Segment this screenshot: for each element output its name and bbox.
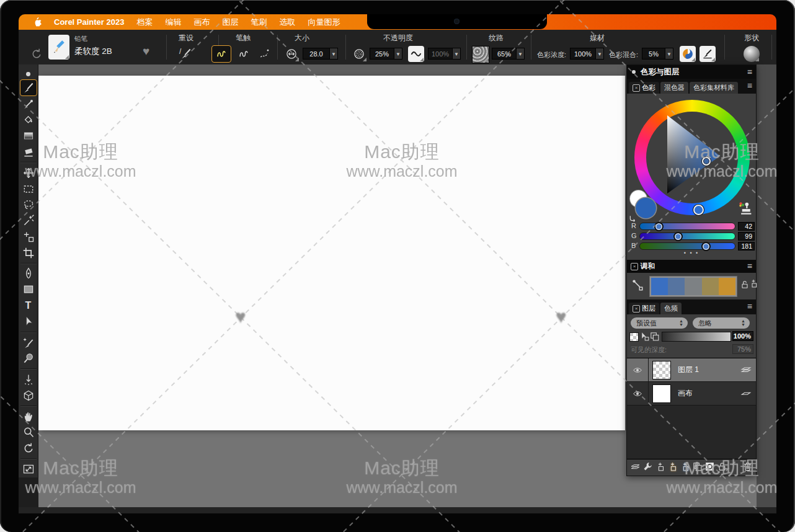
selection-adjuster-tool[interactable] [20, 229, 37, 244]
harmony-swatch[interactable] [685, 278, 701, 295]
menu-item[interactable]: 编辑 [165, 17, 181, 28]
lock-layer-icon[interactable] [717, 461, 727, 474]
freehand-stroke-button[interactable] [212, 46, 231, 62]
slider-value[interactable]: 42 [738, 222, 755, 231]
menu-item[interactable]: 图层 [222, 17, 238, 28]
text-tool[interactable]: T [20, 298, 37, 314]
harmony-header[interactable]: × 调和 ≡ [627, 260, 756, 273]
harmony-picker-icon[interactable] [631, 278, 644, 295]
panel-header[interactable]: 色彩与图层 ≡ [627, 65, 756, 79]
favorite-heart-icon[interactable]: ♥ [143, 45, 149, 58]
paint-bucket-tool[interactable] [20, 112, 37, 128]
pen-tool[interactable] [20, 266, 37, 282]
color-blend-value[interactable]: 5% [642, 48, 665, 60]
layer-opacity-value[interactable]: 100% [732, 331, 753, 341]
dropper-tool[interactable] [20, 96, 37, 112]
magnifier-tool[interactable] [20, 425, 37, 440]
grain-value[interactable]: 65% [492, 48, 517, 60]
layer-row[interactable]: 图层 1 [627, 358, 756, 382]
tab-channels[interactable]: 色频 [660, 303, 682, 314]
brush-loading-icon[interactable] [700, 46, 716, 62]
perspective-guides-tool[interactable] [20, 388, 37, 403]
layer-commands-icon[interactable] [630, 461, 641, 474]
menu-item[interactable]: 档案 [136, 17, 153, 28]
layer-thumbnail[interactable] [652, 384, 671, 403]
crop-tool[interactable] [20, 245, 37, 260]
opacity-icon[interactable] [351, 46, 367, 62]
harmony-add-icon[interactable] [748, 278, 758, 291]
duplicate-layer-icon[interactable] [649, 331, 660, 344]
size-value[interactable]: 28.0 [303, 48, 330, 60]
color-blend-arrow[interactable]: ▼ [665, 48, 673, 60]
eraser-tool[interactable] [20, 144, 37, 160]
composite-preset-dropdown[interactable]: 预设值▲▼ [631, 317, 688, 329]
layer-name[interactable]: 图层 1 [678, 358, 699, 381]
opacity-expression-value[interactable]: 100% [428, 48, 453, 60]
visible-depth-value[interactable]: 75% [732, 344, 753, 354]
dynamic-plugins-icon[interactable] [642, 461, 653, 474]
opacity-expression-arrow[interactable]: ▼ [452, 48, 461, 60]
slider-value[interactable]: 99 [738, 232, 755, 241]
gradient-tool[interactable] [20, 128, 37, 144]
pick-up-underlying-icon[interactable] [639, 331, 650, 344]
harmony-swatch[interactable] [702, 278, 719, 295]
layer-visibility-eye-icon[interactable] [627, 382, 649, 405]
opacity-expression-icon[interactable] [408, 46, 424, 62]
layer-tab-menu-icon[interactable]: ≡ [747, 299, 752, 313]
transparency-lock-icon[interactable] [629, 332, 638, 341]
composite-method-dropdown[interactable]: 忽略▲▼ [693, 317, 750, 329]
layer-opacity-slider[interactable] [662, 332, 731, 342]
stroke-options-button[interactable] [257, 46, 273, 62]
close-harmony-icon[interactable]: × [631, 263, 638, 270]
canvas[interactable] [38, 76, 625, 430]
opacity-value[interactable]: 25% [370, 48, 394, 60]
close-layers-icon[interactable]: × [633, 305, 640, 313]
restore-default-variant-icon[interactable] [29, 46, 45, 62]
new-liquid-ink-layer-icon[interactable] [680, 461, 690, 474]
dodge-tool[interactable] [20, 351, 37, 366]
grabber-tool[interactable] [20, 409, 37, 424]
color-strength-value[interactable]: 100% [570, 48, 596, 60]
color-set-stamp-icon[interactable] [736, 200, 752, 219]
brush-selector[interactable] [48, 35, 69, 60]
hue-selector[interactable] [693, 205, 704, 215]
rotate-page-tool[interactable] [20, 441, 37, 456]
panel-menu-icon[interactable]: ≡ [747, 65, 752, 79]
layer-name[interactable]: 画布 [678, 382, 693, 405]
close-tab-icon[interactable]: × [633, 84, 640, 92]
tab-mixer[interactable]: 混色器 [660, 82, 688, 94]
rectangle-shape-tool[interactable] [20, 282, 37, 298]
tab-color[interactable]: ×色彩 [629, 82, 659, 94]
harmony-swatch[interactable] [668, 278, 685, 295]
delete-layer-icon[interactable] [742, 461, 753, 474]
layer-thumbnail[interactable] [652, 361, 671, 379]
color-strength-arrow[interactable]: ▼ [595, 48, 604, 60]
lasso-tool[interactable] [20, 197, 37, 213]
harmony-swatch[interactable] [719, 278, 735, 295]
slider-knob[interactable] [654, 222, 664, 231]
new-watercolor-layer-icon[interactable] [667, 461, 678, 474]
mirror-painting-tool[interactable] [20, 372, 37, 388]
new-layer-icon[interactable] [692, 461, 703, 474]
brush-tool[interactable] [20, 80, 37, 95]
color-tab-menu-icon[interactable]: ≡ [747, 79, 752, 92]
harmony-swatch[interactable] [651, 278, 668, 295]
sv-selector[interactable] [702, 157, 711, 166]
reset-brush-icon[interactable]: / [178, 46, 194, 62]
primary-color-swatch[interactable] [636, 198, 656, 218]
preserve-transparency-icon[interactable] [704, 461, 715, 474]
navigation-tool[interactable] [20, 462, 37, 477]
tab-color-set[interactable]: 色彩集材料库 [690, 82, 738, 94]
cloner-tool[interactable] [20, 335, 37, 350]
shape-selection-tool[interactable] [20, 314, 37, 329]
slider-value[interactable]: 181 [738, 242, 755, 250]
opacity-dropdown-arrow[interactable]: ▼ [394, 48, 402, 60]
color-media-icon[interactable] [680, 46, 696, 62]
menu-item[interactable]: 笔刷 [251, 17, 267, 28]
tab-layers[interactable]: ×图层 [629, 303, 659, 314]
grain-dropdown-arrow[interactable]: ▼ [516, 48, 525, 60]
layer-row[interactable]: 画布 [627, 382, 756, 406]
rectangular-select-tool[interactable] [20, 181, 37, 197]
slider-track[interactable] [639, 233, 735, 240]
straight-line-stroke-button[interactable] [236, 46, 252, 62]
